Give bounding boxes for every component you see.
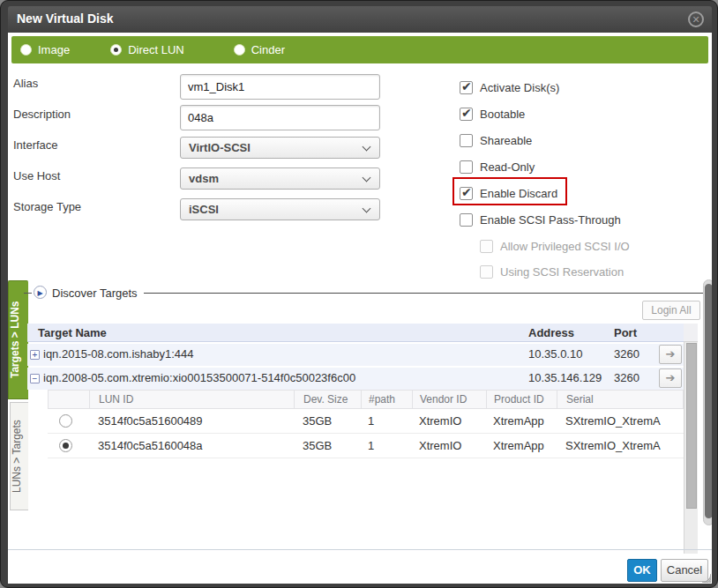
storage-type-label: Storage Type (13, 200, 81, 213)
lun-radio[interactable] (59, 414, 72, 428)
lun-product: XtremApp (493, 439, 544, 452)
radio-cinder-icon (234, 44, 245, 56)
luns-table-header: LUN ID Dev. Size #path Vendor ID Product… (48, 390, 684, 409)
col-product-id: Product ID (494, 393, 544, 406)
target-name: iqn.2008-05.com.xtremio:xio00153500071-5… (43, 371, 355, 384)
target-address: 10.35.0.10 (528, 347, 582, 361)
dialog-vertical-scrollbar[interactable] (703, 279, 712, 525)
new-virtual-disk-dialog: New Virtual Disk ✕ Image Direct LUN Cind… (0, 0, 718, 588)
targets-table-header: Target Name Address Port (27, 324, 684, 342)
checkbox-icon (460, 108, 473, 121)
lun-dev-size: 35GB (303, 414, 332, 428)
table-vertical-scrollbar[interactable] (684, 342, 698, 554)
lun-serial: SXtremIO_XtremA (565, 439, 661, 452)
divider (144, 293, 706, 294)
lun-dev-size: 35GB (303, 439, 332, 452)
col-vendor-id: Vendor ID (420, 393, 467, 406)
resize-grip-icon[interactable] (699, 570, 711, 583)
col-port: Port (614, 326, 637, 339)
chevron-down-icon (363, 143, 371, 152)
checkbox-using-scsi-reservation: Using SCSI Reservation (480, 265, 624, 279)
checkbox-icon (480, 265, 493, 279)
scrollbar-thumb[interactable] (705, 284, 712, 518)
discover-targets-label: Discover Targets (52, 287, 138, 300)
divider (24, 293, 32, 294)
target-name: iqn.2015-08.com.ishaby1:444 (43, 347, 194, 361)
login-target-button[interactable]: ➔ (659, 368, 682, 388)
dialog-title: New Virtual Disk (17, 11, 113, 26)
storage-type-select[interactable]: iSCSI (180, 198, 380, 220)
radio-cinder[interactable]: Cinder (234, 43, 285, 56)
col-serial: Serial (566, 393, 594, 406)
disclosure-arrow-icon[interactable]: ▶ (34, 286, 47, 299)
checkbox-icon (460, 160, 473, 174)
checkbox-enable-scsi-passthrough[interactable]: Enable SCSI Pass-Through (460, 213, 621, 227)
lun-product: XtremApp (493, 414, 544, 428)
radio-direct-lun[interactable]: Direct LUN (110, 43, 184, 56)
radio-image-label: Image (38, 43, 70, 56)
lun-row[interactable]: 3514f0c5a5160048a 35GB 1 XtremIO XtremAp… (48, 434, 684, 458)
alias-input[interactable] (180, 74, 380, 100)
radio-image-icon (20, 44, 32, 56)
alias-label: Alias (13, 77, 38, 90)
target-row[interactable]: − iqn.2008-05.com.xtremio:xio00153500071… (27, 368, 684, 390)
description-label: Description (13, 108, 71, 121)
checkbox-icon (460, 134, 473, 147)
checkbox-activate-disks[interactable]: Activate Disk(s) (460, 81, 559, 94)
col-target-name: Target Name (38, 326, 107, 339)
interface-label: Interface (13, 138, 58, 152)
disk-type-bar: Image Direct LUN Cinder (11, 36, 708, 63)
radio-cinder-label: Cinder (251, 43, 285, 56)
divider (8, 549, 712, 550)
col-address: Address (528, 326, 574, 339)
lun-vendor: XtremIO (419, 414, 461, 428)
chevron-down-icon (363, 174, 371, 182)
col-path: #path (369, 393, 395, 406)
lun-id: 3514f0c5a5160048a (98, 439, 203, 452)
checkbox-read-only[interactable]: Read-Only (460, 160, 535, 174)
target-row[interactable]: + iqn.2015-08.com.ishaby1:444 10.35.0.10… (27, 344, 684, 366)
radio-image[interactable]: Image (20, 43, 70, 56)
checkbox-bootable[interactable]: Bootable (460, 108, 525, 121)
lun-path-count: 1 (368, 439, 374, 452)
dialog-body: Image Direct LUN Cinder Alias Descriptio… (8, 33, 712, 584)
checkbox-icon (460, 81, 473, 94)
lun-id: 3514f0c5a51600489 (98, 414, 203, 428)
col-dev-size: Dev. Size (303, 393, 348, 406)
login-target-button[interactable]: ➔ (659, 345, 682, 364)
col-lun-id: LUN ID (99, 393, 133, 406)
ok-button[interactable]: OK (627, 559, 657, 582)
lun-path-count: 1 (368, 414, 374, 428)
expand-plus-icon[interactable]: + (30, 350, 40, 360)
storage-type-value: iSCSI (189, 203, 219, 216)
checkbox-icon (460, 213, 473, 227)
radio-direct-lun-label: Direct LUN (128, 43, 184, 56)
login-all-button[interactable]: Login All (642, 301, 700, 320)
scrollbar-corner (684, 324, 698, 342)
target-port: 3260 (614, 371, 639, 384)
radio-direct-lun-icon (110, 44, 122, 56)
lun-serial: SXtremIO_XtremA (565, 414, 661, 428)
dialog-titlebar: New Virtual Disk ✕ (8, 6, 712, 33)
collapse-minus-icon[interactable]: − (30, 374, 40, 383)
close-icon[interactable]: ✕ (688, 11, 704, 27)
use-host-label: Use Host (13, 169, 60, 182)
target-port: 3260 (614, 347, 639, 361)
tab-targets-to-luns[interactable]: Targets > LUNs (8, 280, 28, 399)
use-host-select[interactable]: vdsm (180, 167, 380, 190)
checkbox-shareable[interactable]: Shareable (460, 134, 532, 147)
scrollbar-thumb[interactable] (686, 343, 697, 509)
interface-value: VirtIO-SCSI (189, 141, 251, 154)
checkbox-icon (460, 187, 473, 200)
tab-luns-to-targets[interactable]: LUNs > Targets (10, 402, 28, 510)
lun-row[interactable]: 3514f0c5a51600489 35GB 1 XtremIO XtremAp… (48, 409, 684, 434)
lun-vendor: XtremIO (419, 439, 461, 452)
chevron-down-icon (363, 205, 371, 213)
checkbox-enable-discard[interactable]: Enable Discard (460, 187, 557, 200)
interface-select[interactable]: VirtIO-SCSI (180, 137, 380, 159)
target-address: 10.35.146.129 (528, 371, 602, 384)
checkbox-allow-privileged-scsi-io: Allow Privileged SCSI I/O (480, 240, 630, 253)
use-host-value: vdsm (189, 172, 219, 185)
description-input[interactable] (180, 105, 380, 130)
lun-radio[interactable] (59, 439, 72, 452)
